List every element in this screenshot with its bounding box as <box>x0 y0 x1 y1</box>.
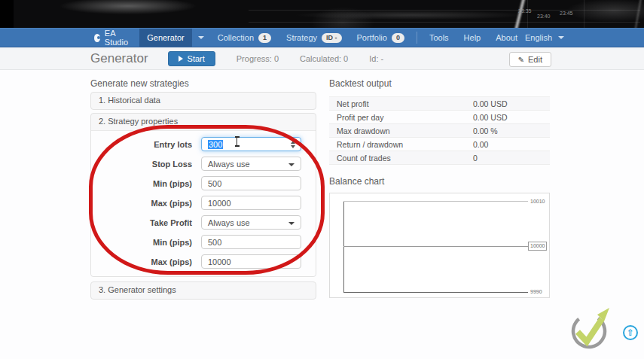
nav-item-generator[interactable]: Generator <box>139 29 192 47</box>
backtest-row-value: 0.00 USD <box>473 97 508 111</box>
nav-item-label: About <box>496 33 517 42</box>
hero-gridline <box>249 10 640 11</box>
backtest-row-label: Count of trades <box>337 154 391 163</box>
backtest-row-label: Profit per day <box>337 113 383 122</box>
nav-item-collection[interactable]: Collection1 <box>210 29 279 47</box>
chart-label-top: 10010 <box>530 199 545 205</box>
input-value: 10000 <box>208 199 231 208</box>
backtest-column: Backtest output Net profit0.00 USDProfit… <box>329 78 550 298</box>
hero-time-label: 23:45 <box>560 11 573 17</box>
accordion-generator-settings: 3. Generator settings <box>90 281 316 300</box>
edit-button[interactable]: ✎ Edit <box>509 52 551 67</box>
id-status: Id: - <box>369 54 383 63</box>
accordion-historical-data: 1. Historical data <box>90 92 316 110</box>
field-label: Take Profit <box>91 218 201 227</box>
input-value-selected: 300 <box>208 140 223 149</box>
screen: 23:3523:4023:45 EA Studio GeneratorColle… <box>0 0 644 359</box>
generate-strategies-heading: Generate new strategies <box>90 78 316 89</box>
field-label: Max (pips) <box>91 257 201 266</box>
field-label: Min (pips) <box>91 179 201 188</box>
nav-item-label: Help <box>464 33 481 42</box>
accordion-header-strategy-properties[interactable]: 2. Strategy properties <box>91 114 316 130</box>
max-pips--input[interactable]: 10000 <box>201 196 301 210</box>
field-label: Entry lots <box>91 140 201 149</box>
chevron-down-icon <box>288 163 295 166</box>
chart-x-axis <box>343 292 528 293</box>
nav-item-label: Portfolio <box>357 33 387 42</box>
form-row: Take ProfitAlways use <box>91 215 316 230</box>
nav-item-portfolio[interactable]: Portfolio0 <box>349 29 412 47</box>
backtest-row-value: 0.00 <box>473 138 488 151</box>
select-value: Always use <box>208 218 250 227</box>
ea-studio-brand[interactable]: EA Studio <box>94 29 139 47</box>
nav-item-help[interactable]: Help <box>456 29 489 47</box>
backtest-output-heading: Backtest output <box>329 78 550 89</box>
backtest-row-value: 0.00 % <box>473 124 498 138</box>
form-row: Max (pips)10000 <box>91 254 316 269</box>
chart-label-current: 10000 <box>528 242 547 251</box>
nav-item-label: Generator <box>147 33 185 42</box>
field-label: Max (pips) <box>91 199 201 208</box>
form-row: Min (pips)500 <box>91 176 316 190</box>
stop-loss-select[interactable]: Always use <box>201 157 301 171</box>
nav-item-label: Collection <box>218 33 254 42</box>
page-header: Generator Start Progress: 0 Calculated: … <box>0 47 644 70</box>
up-arrow-icon: ⇧ <box>627 328 634 337</box>
form-row: Stop LossAlways use <box>91 157 316 171</box>
min-pips--input[interactable]: 500 <box>201 176 301 190</box>
backtest-row: Return / drawdown0.00 <box>329 138 550 151</box>
max-pips--input[interactable]: 10000 <box>201 254 301 269</box>
input-value: 500 <box>208 238 221 247</box>
hero-background-image: 23:3523:4023:45 <box>0 0 644 28</box>
input-value: 500 <box>208 179 221 188</box>
generate-strategies-column: Generate new strategies 1. Historical da… <box>90 78 316 300</box>
nav-badge: ID - <box>322 33 342 43</box>
progress-status: Progress: 0 <box>237 54 279 63</box>
language-label: English <box>525 33 552 42</box>
strategy-properties-form: Entry lots300Stop LossAlways useMin (pip… <box>91 130 316 276</box>
language-selector[interactable]: English <box>525 29 564 47</box>
nav-item-tools[interactable]: Tools <box>422 29 456 47</box>
backtest-row-value: 0.00 USD <box>473 111 508 124</box>
accordion-header-generator-settings[interactable]: 3. Generator settings <box>91 282 316 299</box>
backtest-output-table: Net profit0.00 USDProfit per day0.00 USD… <box>329 96 550 165</box>
field-label: Stop Loss <box>91 160 201 169</box>
hero-light-streak <box>634 0 642 28</box>
nav-item-generator-menu[interactable] <box>192 29 210 47</box>
form-row: Min (pips)500 <box>91 235 316 249</box>
ea-studio-logo-icon <box>94 34 100 42</box>
entry-lots-input[interactable]: 300 <box>201 137 301 151</box>
nav-item-label: Tools <box>429 33 449 42</box>
start-button[interactable]: Start <box>168 51 215 66</box>
chart-gridline-top <box>343 201 528 202</box>
take-profit-select[interactable]: Always use <box>201 215 301 230</box>
page-title: Generator <box>90 51 148 66</box>
balance-chart-heading: Balance chart <box>329 176 550 187</box>
hero-time-label: 23:35 <box>518 8 532 14</box>
chevron-down-icon <box>288 222 295 225</box>
chevron-down-icon <box>198 36 204 39</box>
select-value: Always use <box>208 160 250 169</box>
nav-item-about[interactable]: About <box>488 29 525 47</box>
navbar-items: GeneratorCollection1StrategyID -Portfoli… <box>139 29 525 47</box>
pencil-icon: ✎ <box>518 56 524 64</box>
backtest-row: Profit per day0.00 USD <box>329 111 550 124</box>
nav-item-strategy[interactable]: StrategyID - <box>279 29 349 47</box>
calculated-status: Calculated: 0 <box>300 54 348 63</box>
min-pips--input[interactable]: 500 <box>201 235 301 249</box>
nav-divider <box>417 32 417 44</box>
brand-label: EA Studio <box>105 29 130 47</box>
accordion-header-historical-data[interactable]: 1. Historical data <box>91 93 316 109</box>
nav-badge: 0 <box>392 33 404 43</box>
chart-balance-line <box>343 246 528 247</box>
ea-studio-watermark-logo <box>569 306 615 353</box>
field-label: Min (pips) <box>91 238 201 247</box>
backtest-row-label: Return / drawdown <box>337 140 403 149</box>
play-icon <box>179 56 183 62</box>
form-row: Entry lots300 <box>91 137 316 151</box>
backtest-row: Max drawdown0.00 % <box>329 124 550 138</box>
balance-chart: 10010 10000 9990 <box>329 193 550 298</box>
nav-badge: 1 <box>258 33 271 43</box>
scroll-to-top-button[interactable]: ⇧ <box>623 325 638 340</box>
number-spinner-icon[interactable] <box>291 141 295 148</box>
